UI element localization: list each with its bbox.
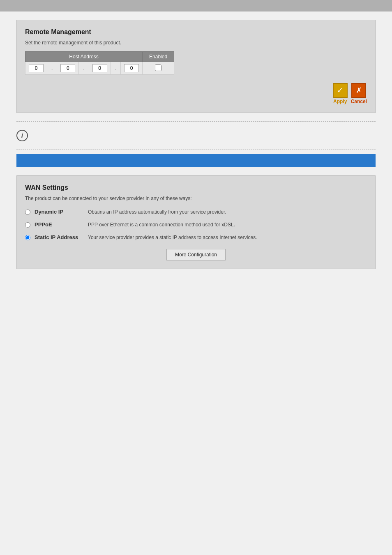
wan-settings-title: WAN Settings — [25, 184, 367, 191]
octet3-input[interactable] — [92, 64, 107, 72]
dot3: . — [114, 66, 117, 71]
more-config-row: More Configuration — [25, 249, 367, 260]
top-bar — [0, 0, 392, 12]
pppoe-option: PPPoE PPP over Ethernet is a common conn… — [25, 221, 367, 228]
static-ip-option: Static IP Address Your service provider … — [25, 234, 367, 241]
static-ip-radio[interactable] — [25, 235, 30, 240]
static-ip-label: Static IP Address — [35, 234, 84, 240]
pppoe-radio[interactable] — [25, 222, 30, 228]
enabled-checkbox[interactable] — [155, 64, 161, 71]
info-row: i — [16, 126, 376, 145]
octet2-input[interactable] — [60, 64, 75, 72]
info-icon: i — [16, 130, 28, 141]
actions-row: ✓ Apply ✗ Cancel — [25, 83, 367, 104]
octet4-input[interactable] — [124, 64, 139, 72]
info-icon-label: i — [21, 132, 23, 139]
dynamic-ip-desc: Obtains an IP address automatically from… — [88, 209, 226, 216]
dashed-sep-top — [16, 121, 376, 122]
remote-management-desc: Set the remote management of this produc… — [25, 40, 367, 46]
apply-icon: ✓ — [333, 83, 348, 98]
static-ip-desc: Your service provider provides a static … — [88, 234, 257, 241]
host-address-header: Host Address — [25, 52, 143, 62]
apply-label: Apply — [333, 99, 347, 104]
host-address-table: Host Address Enabled . . . — [25, 51, 174, 75]
wan-settings-card: WAN Settings The product can be connecte… — [16, 175, 376, 269]
dashed-sep-bottom — [16, 150, 376, 150]
apply-button[interactable]: ✓ Apply — [333, 83, 348, 104]
dot1: . — [51, 66, 53, 71]
remote-management-card: Remote Management Set the remote managem… — [16, 20, 376, 113]
enabled-header: Enabled — [143, 52, 174, 62]
remote-management-title: Remote Management — [25, 28, 367, 36]
octet1-input[interactable] — [29, 64, 44, 72]
cancel-button[interactable]: ✗ Cancel — [351, 83, 367, 104]
dynamic-ip-option: Dynamic IP Obtains an IP address automat… — [25, 209, 367, 216]
wan-settings-desc: The product can be connected to your ser… — [25, 196, 367, 201]
dot2: . — [82, 66, 85, 71]
pppoe-desc: PPP over Ethernet is a common connection… — [88, 221, 235, 228]
blue-bar — [16, 154, 376, 167]
pppoe-label: PPPoE — [35, 221, 84, 228]
cancel-icon: ✗ — [351, 83, 366, 98]
more-config-button[interactable]: More Configuration — [166, 249, 226, 260]
dynamic-ip-radio[interactable] — [25, 210, 30, 215]
dynamic-ip-label: Dynamic IP — [35, 209, 84, 215]
cancel-label: Cancel — [351, 99, 367, 104]
